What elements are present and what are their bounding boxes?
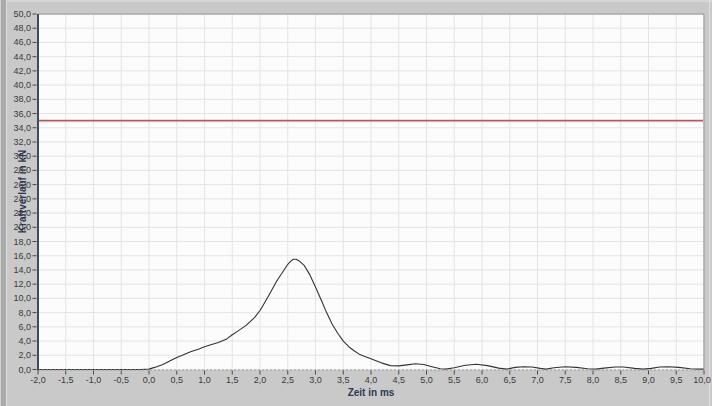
x-tick-label: 0,5 (170, 375, 183, 385)
x-tick-label: 9,5 (670, 375, 683, 385)
y-tick-label: 48,0 (13, 23, 31, 33)
x-tick-label: 5,5 (448, 375, 461, 385)
x-tick-label: -2,0 (30, 375, 46, 385)
x-tick-label: 5,0 (420, 375, 433, 385)
x-tick-label: 0,0 (143, 375, 156, 385)
x-tick-label: 7,0 (531, 375, 544, 385)
x-tick-label: 1,0 (198, 375, 211, 385)
force-chart-panel: 0,02,04,06,08,010,012,014,016,018,020,02… (0, 0, 712, 406)
x-tick-label: -1,0 (86, 375, 102, 385)
y-tick-label: 8,0 (18, 308, 31, 318)
y-tick-label: 14,0 (13, 265, 31, 275)
x-tick-label: -1,5 (58, 375, 74, 385)
x-tick-label: 2,5 (281, 375, 294, 385)
y-tick-label: 16,0 (13, 251, 31, 261)
x-tick-label: 6,5 (503, 375, 516, 385)
y-tick-label: 38,0 (13, 94, 31, 104)
y-tick-label: 40,0 (13, 80, 31, 90)
y-tick-label: 34,0 (13, 123, 31, 133)
x-axis-title: Zeit in ms (38, 387, 704, 398)
y-tick-label: 46,0 (13, 37, 31, 47)
y-tick-label: 2,0 (18, 350, 31, 360)
x-tick-label: 4,5 (392, 375, 405, 385)
x-tick-label: 10,0 (693, 375, 711, 385)
x-tick-label: 8,5 (614, 375, 627, 385)
chart-canvas: 0,02,04,06,08,010,012,014,016,018,020,02… (0, 0, 712, 406)
y-tick-label: 44,0 (13, 52, 31, 62)
y-tick-label: 4,0 (18, 336, 31, 346)
x-tick-label: 2,0 (254, 375, 267, 385)
x-tick-label: 9,0 (642, 375, 655, 385)
x-tick-label: 4,0 (365, 375, 378, 385)
y-tick-label: 50,0 (13, 9, 31, 19)
x-tick-label: 3,5 (337, 375, 350, 385)
y-tick-label: 10,0 (13, 293, 31, 303)
x-tick-label: 7,5 (559, 375, 572, 385)
y-tick-label: 42,0 (13, 66, 31, 76)
x-tick-label: 3,0 (309, 375, 322, 385)
y-tick-label: 6,0 (18, 322, 31, 332)
x-tick-label: 1,5 (226, 375, 239, 385)
x-tick-label: 6,0 (476, 375, 489, 385)
y-axis-title: Kraftverlauf in kN (17, 137, 28, 247)
y-tick-label: 36,0 (13, 109, 31, 119)
x-tick-label: -0,5 (113, 375, 129, 385)
y-tick-label: 12,0 (13, 279, 31, 289)
y-tick-label: 0,0 (18, 365, 31, 375)
x-tick-label: 8,0 (587, 375, 600, 385)
